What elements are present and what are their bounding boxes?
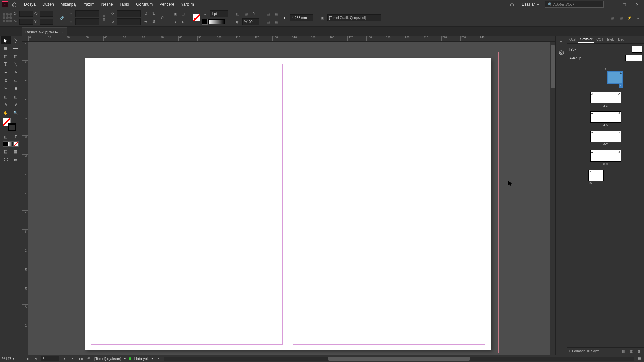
page-10-thumb[interactable]: A — [588, 170, 604, 181]
page-6-7-item[interactable]: AA 6-7 — [570, 131, 641, 146]
corner-options-icon[interactable]: ◫ — [234, 10, 241, 17]
ruler-origin[interactable] — [22, 36, 28, 42]
h-input[interactable] — [40, 19, 53, 25]
canvas-area[interactable]: 0102030405060708090100110120130140150160… — [22, 36, 555, 355]
y-input[interactable] — [19, 19, 33, 25]
transform-panel-icon[interactable]: ▦ — [617, 14, 625, 21]
hand-tool[interactable]: ✋ — [1, 109, 11, 117]
wrap-shape-icon[interactable]: ▤ — [265, 18, 272, 25]
eyedropper-tool[interactable]: ✐ — [11, 101, 21, 109]
format-text-icon[interactable]: T — [11, 133, 21, 141]
menu-pencere[interactable]: Pencere — [156, 1, 178, 8]
fill-stroke-proxy[interactable] — [3, 118, 16, 131]
menu-mizanpaj[interactable]: Mizanpaj — [57, 1, 80, 8]
free-transform-tool[interactable]: ⊞ — [11, 84, 21, 93]
menu-yazim[interactable]: Yazım — [80, 1, 98, 8]
master-none[interactable]: [Yok] — [569, 45, 642, 54]
select-container-icon[interactable]: ▣ — [172, 10, 179, 17]
scissors-tool[interactable]: ✂ — [1, 84, 11, 93]
apply-gradient[interactable] — [8, 141, 13, 147]
next-page-button[interactable]: ▸ — [70, 356, 75, 361]
p-icon[interactable]: P — [159, 14, 166, 21]
gradient-swatch-tool[interactable]: ◫ — [1, 93, 11, 101]
flip-v-icon[interactable]: ⇵ — [150, 18, 157, 25]
note-tool[interactable]: ✎ — [1, 101, 11, 109]
select-next-icon[interactable]: ▸ — [180, 18, 187, 25]
drop-shadow-icon[interactable]: ▦ — [242, 10, 250, 17]
cc-libraries-icon[interactable] — [558, 49, 565, 56]
menu-tablo[interactable]: Tablo — [116, 1, 133, 8]
page-tool[interactable]: ▦ — [1, 44, 11, 52]
page-2-3-thumb[interactable]: AA — [590, 92, 621, 103]
fx-icon[interactable]: fx — [250, 10, 258, 17]
content-collector-tool[interactable]: ◫ — [1, 52, 11, 60]
menu-duzen[interactable]: Düzen — [39, 1, 57, 8]
content-placer-tool[interactable]: ◫ — [11, 52, 21, 60]
view-mode-preview[interactable]: ▦ — [11, 147, 21, 156]
stroke-proxy[interactable] — [8, 123, 16, 131]
direct-selection-tool[interactable] — [11, 36, 21, 44]
rotate-input[interactable] — [117, 10, 141, 17]
share-icon[interactable] — [508, 1, 516, 8]
opacity-input[interactable]: %100 — [242, 18, 259, 25]
structure-navigator-icon[interactable]: ▦ — [637, 356, 642, 361]
pen-tool[interactable]: ✒ — [1, 68, 11, 76]
document-tab[interactable]: Başlıksız-2 @ %147 × — [22, 27, 67, 36]
horizontal-scrollbar[interactable] — [164, 357, 634, 361]
rectangle-frame-tool[interactable]: ⊠ — [1, 76, 11, 84]
page-10-item[interactable]: A 10 — [570, 170, 641, 185]
wrap-bbox-icon[interactable]: ▦ — [273, 10, 280, 17]
close-tab-icon[interactable]: × — [61, 30, 63, 34]
quick-apply-icon[interactable]: ⚡ — [626, 14, 633, 21]
x-input[interactable] — [19, 11, 33, 17]
tab-ozellikler[interactable]: Özel — [567, 36, 578, 43]
reference-point[interactable] — [2, 12, 13, 23]
frame-fit-icon[interactable]: ▣ — [319, 14, 326, 21]
page-4-5-item[interactable]: AA 4-5 — [570, 111, 641, 127]
stroke-weight-input[interactable]: 1 pt — [210, 10, 228, 17]
tab-degisken[interactable]: Değ — [616, 36, 626, 43]
page-1-item[interactable]: A 1 — [570, 71, 641, 88]
window-close[interactable]: ✕ — [632, 1, 642, 8]
ruler-horizontal[interactable]: 0102030405060708090100110120130140150160… — [28, 36, 555, 42]
prev-page-button[interactable]: ◂ — [33, 356, 38, 361]
select-prev-icon[interactable]: ◂ — [172, 18, 179, 25]
horizontal-scrollbar-thumb[interactable] — [328, 357, 469, 361]
zoom-dropdown[interactable]: %147 ▾ — [2, 356, 22, 361]
preflight-menu-icon[interactable]: ▸ — [156, 356, 161, 361]
line-tool[interactable]: ╲ — [11, 60, 21, 68]
gap-tool[interactable]: ⟷ — [11, 44, 21, 52]
shear-input[interactable] — [117, 18, 141, 25]
open-navigator-icon[interactable]: ◎ — [86, 356, 92, 361]
gap-input[interactable]: 4,233 mm — [290, 14, 313, 21]
master-a[interactable]: A-Kalıp — [569, 54, 642, 62]
type-tool[interactable]: T — [1, 60, 11, 68]
tab-sayfalar[interactable]: Sayfalar — [578, 36, 595, 43]
page-dropdown-icon[interactable]: ▾ — [62, 356, 67, 361]
window-maximize[interactable]: ▢ — [619, 1, 629, 8]
stroke-swatch[interactable] — [202, 19, 208, 25]
selection-tool[interactable] — [1, 36, 11, 44]
panel-menu-icon[interactable]: ≡ — [635, 14, 642, 21]
edit-page-size-icon[interactable]: ▦ — [621, 349, 626, 354]
screen-mode[interactable]: ⛶ — [1, 156, 11, 164]
workspace-switcher[interactable]: Esaslar ▾ — [518, 1, 542, 7]
link-icon[interactable] — [100, 14, 108, 21]
menu-nesne[interactable]: Nesne — [98, 1, 116, 8]
menu-yardim[interactable]: Yardım — [178, 1, 197, 8]
stock-search[interactable]: 🔍 Adobe Stock — [545, 1, 604, 8]
wrap-none-icon[interactable]: ▤ — [265, 10, 272, 17]
new-page-icon[interactable]: ◫ — [629, 349, 634, 354]
format-container-icon[interactable]: ◫ — [1, 133, 11, 141]
page-number-field[interactable]: 1 — [41, 356, 59, 361]
page-4-5-thumb[interactable]: AA — [590, 111, 621, 123]
first-page-button[interactable]: ⏮ — [25, 356, 30, 361]
page-8-9-item[interactable]: AA 8-9 — [570, 150, 641, 166]
ruler-vertical[interactable]: 0123456789101112131415 — [22, 42, 28, 355]
vertical-scrollbar-thumb[interactable] — [551, 45, 555, 88]
window-minimize[interactable]: — — [606, 1, 616, 8]
view-mode-normal[interactable]: ▤ — [1, 147, 11, 156]
delete-page-icon[interactable]: 🗑 — [637, 349, 642, 354]
tab-cc[interactable]: CC I — [594, 36, 605, 43]
page-2-3-item[interactable]: AA 2-3 — [570, 92, 641, 107]
